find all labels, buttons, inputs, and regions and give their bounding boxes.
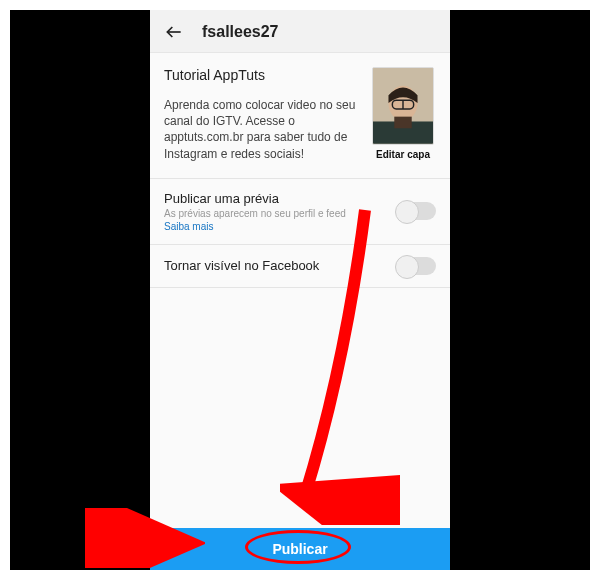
- letterbox-left: [10, 10, 150, 570]
- annotation-highlight-ellipse: [245, 530, 351, 564]
- preview-subtext: As prévias aparecem no seu perfil e feed: [164, 208, 396, 219]
- preview-label: Publicar uma prévia: [164, 191, 396, 206]
- phone-frame: fsallees27 Tutorial AppTuts Aprenda como…: [150, 10, 450, 570]
- svg-rect-4: [394, 117, 411, 129]
- facebook-label: Tornar visível no Facebook: [164, 258, 396, 273]
- publish-preview-row: Publicar uma prévia As prévias aparecem …: [164, 179, 436, 244]
- facebook-toggle[interactable]: [396, 257, 436, 275]
- content-area: Tutorial AppTuts Aprenda como colocar vi…: [150, 53, 450, 570]
- username-label: fsallees27: [202, 23, 279, 41]
- learn-more-link[interactable]: Saiba mais: [164, 221, 396, 232]
- app-header: fsallees27: [150, 10, 450, 53]
- video-description[interactable]: Aprenda como colocar video no seu canal …: [164, 97, 358, 162]
- edit-cover-button[interactable]: Editar capa: [376, 149, 430, 160]
- divider: [150, 287, 450, 288]
- facebook-visible-row: Tornar visível no Facebook: [164, 245, 436, 287]
- preview-toggle[interactable]: [396, 202, 436, 220]
- letterbox-right: [450, 10, 590, 570]
- back-arrow-icon[interactable]: [164, 22, 184, 42]
- video-meta-row: Tutorial AppTuts Aprenda como colocar vi…: [164, 67, 436, 162]
- video-title[interactable]: Tutorial AppTuts: [164, 67, 358, 83]
- cover-thumbnail[interactable]: [372, 67, 434, 145]
